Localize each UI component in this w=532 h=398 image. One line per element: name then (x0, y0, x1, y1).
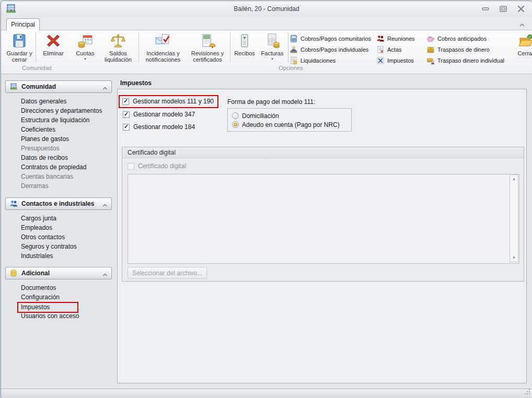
chevron-up-icon[interactable] (518, 21, 526, 27)
building-icon (9, 83, 18, 91)
dropdown-arrow-icon: ▼ (84, 57, 87, 61)
checkbox-row-gestionar-347[interactable]: ✓ Gestionar modelo 347 (123, 111, 195, 118)
ribbon-item-impuestos[interactable]: Impuestos (376, 55, 426, 66)
checkbox-unchecked-icon[interactable] (128, 163, 134, 170)
ribbon-item-cobros-pagos-comunitarios[interactable]: Cobros/Pagos comunitarios (290, 33, 376, 44)
ribbon-group-comunidad: Guardar y cerrar Eliminar Comunidad (4, 31, 70, 74)
scroll-down-icon[interactable]: ▼ (510, 255, 518, 260)
ribbon-item-liquidaciones[interactable]: Liquidaciones (290, 55, 376, 66)
sidebar-item-impuestos[interactable]: Impuestos (21, 302, 112, 311)
sidebar-item-cuentas-bancarias[interactable]: Cuentas bancarias (21, 172, 112, 181)
checkbox-label: Gestionar modelo 184 (133, 123, 195, 131)
radio-domiciliacion[interactable]: Domiciliación (232, 111, 347, 120)
sidebar-section-comunidad[interactable]: Comunidad (5, 80, 112, 93)
payment-method-label: Forma de pago del modelo 111: (227, 98, 315, 106)
checkbox-label: Gestionar modelos 111 y 190 (133, 98, 214, 105)
minimize-icon[interactable] (480, 4, 491, 14)
resize-grip[interactable] (524, 388, 530, 397)
document-blue-x-icon (376, 56, 385, 65)
ribbon-item-label: Cobros/Pagos comunitarios (300, 36, 371, 42)
save-icon (11, 32, 28, 49)
incidencias-button[interactable]: Incidencias y notificaciones (140, 31, 186, 65)
ribbon-item-reuniones[interactable]: Reuniones (376, 33, 426, 44)
two-people-icon (376, 34, 385, 43)
tab-strip: Principal (1, 17, 532, 30)
sidebar-item-derramas[interactable]: Derramas (21, 181, 112, 191)
folder-green-arrow-icon (517, 32, 532, 49)
radio-selected-icon[interactable] (232, 121, 239, 128)
chevron-up-icon[interactable] (102, 271, 108, 275)
sidebar-item-presupuestos[interactable]: Presupuestos (21, 144, 112, 153)
seleccionar-archivo-button[interactable]: Seleccionar del archivo... (128, 267, 207, 279)
ribbon-item-label: Reuniones (387, 36, 415, 42)
guardar-y-cerrar-label: Guardar y cerrar (4, 50, 34, 63)
sidebar-section-title: Comunidad (21, 83, 56, 90)
group-label-empty (512, 65, 532, 72)
certificate-textarea[interactable] (128, 174, 519, 264)
checkbox-row-certificado-digital[interactable]: Certificado digital (128, 162, 186, 170)
ribbon-item-label: Cobros/Pagos individuales (300, 46, 368, 53)
sidebar-item-planes-gastos[interactable]: Planes de gastos (21, 134, 112, 144)
sidebar-item-usuarios-acceso[interactable]: Usuarios con acceso (21, 311, 112, 321)
eliminar-button[interactable]: Eliminar (37, 31, 70, 65)
separator (36, 32, 36, 63)
sidebar-item-datos-generales[interactable]: Datos generales (21, 97, 112, 106)
sidebar-item-direcciones[interactable]: Direcciones y departamentos (21, 106, 112, 115)
checkbox-row-gestionar-111-190[interactable]: ✓ Gestionar modelos 111 y 190 (119, 95, 218, 108)
delete-x-icon (45, 32, 62, 49)
certificado-digital-group: Certificado digital Certificado digital … (122, 147, 524, 282)
chevron-up-icon[interactable] (102, 202, 108, 206)
sidebar-item-configuracion[interactable]: Configuración (21, 292, 112, 302)
sidebar-items-comunidad: Datos generales Direcciones y departamen… (5, 93, 112, 191)
ribbon-item-traspasos-dinero[interactable]: Traspasos de dinero (426, 44, 510, 55)
checkbox-row-gestionar-184[interactable]: ✓ Gestionar modelo 184 (123, 123, 195, 131)
ribbon-item-actas[interactable]: Actas (376, 44, 426, 55)
ribbon-item-traspaso-dinero-individual[interactable]: Traspaso dinero individual (426, 55, 510, 66)
chevron-up-icon[interactable] (102, 85, 108, 89)
sidebar-items-adicional: Documentos Configuración Impuestos Usuar… (5, 279, 112, 321)
checkbox-checked-icon[interactable]: ✓ (123, 111, 130, 118)
restore-icon[interactable] (498, 4, 509, 14)
sidebar-item-cargos-junta[interactable]: Cargos junta (21, 214, 112, 223)
sidebar-item-documentos[interactable]: Documentos (21, 283, 112, 292)
close-icon[interactable] (515, 4, 527, 14)
revisiones-label: Revisiones y certificados (186, 50, 229, 63)
cuotas-button[interactable]: Cuotas ▼ (72, 31, 99, 65)
recibos-button[interactable]: Recibos (232, 31, 258, 65)
radio-adeudo-nrc[interactable]: Adeudo en cuenta (Pago por NRC) (232, 120, 347, 129)
cerrar-button[interactable]: Cerrar (512, 31, 532, 65)
sidebar-section-contactos[interactable]: Contactos e industriales (5, 197, 112, 210)
sidebar-item-contratos-propiedad[interactable]: Contratos de propiedad (21, 162, 112, 172)
saldos-liquidacion-button[interactable]: Saldos liquidación (99, 31, 137, 65)
ribbon-group-cerrar: Cerrar (512, 31, 532, 74)
database-cylinder-icon (9, 269, 18, 277)
checkbox-checked-icon[interactable]: ✓ (122, 98, 129, 105)
sidebar-item-industriales[interactable]: Industriales (21, 251, 112, 261)
guardar-y-cerrar-button[interactable]: Guardar y cerrar (4, 31, 34, 65)
sidebar-item-empleados[interactable]: Empleados (21, 223, 112, 232)
sidebar-item-seguros-contratos[interactable]: Seguros y contratos (21, 242, 112, 251)
sidebar-item-coeficientes[interactable]: Coeficientes (21, 125, 112, 134)
receipt-icon (236, 32, 253, 49)
status-bar (1, 389, 532, 398)
content-area: Comunidad Datos generales Direcciones y … (1, 74, 532, 389)
revisiones-button[interactable]: Revisiones y certificados (186, 31, 229, 65)
sidebar-item-otros-contactos[interactable]: Otros contactos (21, 232, 112, 242)
sidebar-item-estructura[interactable]: Estructura de liquidación (21, 115, 112, 125)
scroll-up-icon[interactable]: ▲ (510, 177, 518, 181)
radio-unselected-icon[interactable] (232, 112, 239, 119)
facturas-button[interactable]: Facturas ▼ (258, 31, 287, 65)
invoice-coins-icon (264, 32, 281, 49)
ribbon-item-cobros-anticipados[interactable]: Cobros anticipados (426, 33, 510, 44)
sidebar-section-adicional[interactable]: Adicional (5, 267, 112, 279)
separator (138, 32, 139, 63)
checkbox-checked-icon[interactable]: ✓ (123, 124, 130, 131)
ribbon-item-cobros-pagos-individuales[interactable]: Cobros/Pagos individuales (290, 44, 376, 55)
impuestos-panel: ✓ Gestionar modelos 111 y 190 ✓ Gestiona… (117, 89, 527, 383)
vertical-scrollbar[interactable]: ▲ ▼ (510, 174, 518, 262)
money-stack-icon (426, 45, 435, 54)
tab-principal[interactable]: Principal (6, 18, 40, 30)
ribbon-item-label: Actas (387, 46, 402, 53)
sidebar-item-datos-recibos[interactable]: Datos de recibos (21, 153, 112, 162)
sidebar-section-title: Adicional (21, 270, 50, 277)
